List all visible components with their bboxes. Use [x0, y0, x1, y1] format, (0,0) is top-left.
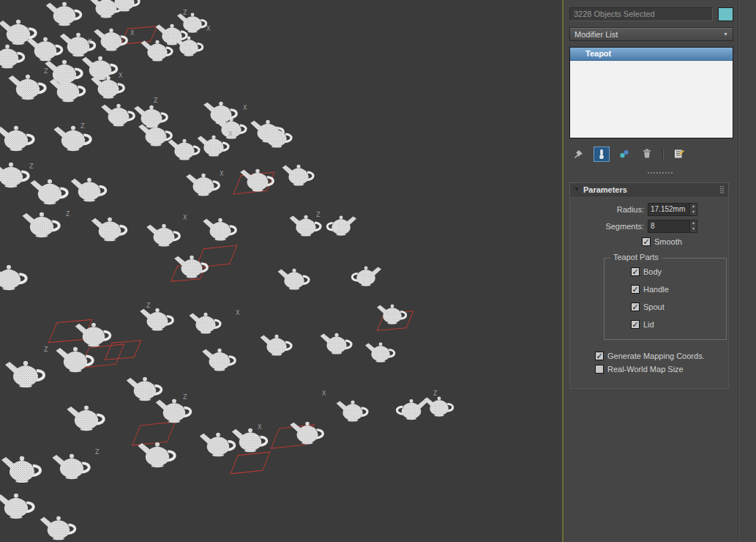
teapot-parts-group: Teapot Parts ✓ Body ✓ Handle ✓ Spout ✓ L…	[604, 258, 727, 340]
svg-text:Z: Z	[316, 212, 321, 218]
checkbox-box[interactable]	[595, 365, 604, 374]
svg-text:Z: Z	[154, 97, 158, 104]
name-and-color-row: 3228 Objects Selected	[569, 7, 733, 21]
real-world-map-size-checkbox[interactable]: Real-World Map Size	[595, 365, 728, 374]
radius-field[interactable]: 17.152mm ▴ ▾	[648, 203, 697, 216]
lid-checkbox[interactable]: ✓ Lid	[631, 320, 726, 329]
checkbox-label: Generate Mapping Coords.	[607, 352, 705, 360]
configure-modifier-sets-button[interactable]	[671, 146, 687, 162]
teapot-objects[interactable]	[0, 0, 453, 540]
radius-row: Radius: 17.152mm ▴ ▾	[570, 203, 728, 216]
mapping-options: ✓ Generate Mapping Coords. Real-World Ma…	[595, 352, 728, 374]
make-unique-button[interactable]	[616, 146, 632, 162]
svg-text:Z: Z	[66, 211, 70, 218]
checkbox-box[interactable]: ✓	[595, 352, 604, 360]
svg-text:X: X	[322, 390, 326, 397]
segments-spinner[interactable]: ▴ ▾	[689, 220, 697, 232]
group-title: Teapot Parts	[610, 253, 662, 261]
command-panel: 3228 Objects Selected Modifier List ▼ Te…	[564, 0, 756, 542]
svg-text:X: X	[119, 73, 123, 79]
trash-icon	[641, 148, 653, 160]
svg-text:Z: Z	[146, 302, 151, 309]
spinner-down-icon[interactable]: ▾	[690, 226, 697, 232]
rollout-collapse-arrow-icon: ▼	[574, 186, 580, 193]
body-checkbox[interactable]: ✓ Body	[631, 267, 726, 276]
parameters-rollout: ▼ Parameters ⣿ Radius: 17.152mm ▴ ▾ Segm…	[569, 182, 729, 389]
checkbox-box[interactable]: ✓	[642, 237, 651, 246]
checkbox-label: Real-World Map Size	[607, 365, 684, 374]
modifier-list-label: Modifier List	[575, 30, 618, 39]
checkbox-box[interactable]: ✓	[631, 320, 640, 329]
svg-text:Z: Z	[183, 394, 187, 401]
svg-text:Z: Z	[44, 346, 48, 353]
spinner-up-icon[interactable]: ▴	[690, 220, 697, 226]
smooth-checkbox[interactable]: ✓ Smooth	[642, 237, 728, 246]
svg-text:X: X	[206, 26, 211, 32]
chevron-down-icon: ▼	[723, 31, 728, 37]
radius-label: Radius:	[617, 205, 644, 214]
generate-mapping-coords-checkbox[interactable]: ✓ Generate Mapping Coords.	[595, 352, 728, 360]
pin-stack-button[interactable]	[571, 146, 587, 162]
segments-row: Segments: 8 ▴ ▾	[570, 220, 728, 233]
viewport-canvas[interactable]: ZXZXZXZXZXZXZXZZXZZXZXZ	[0, 0, 562, 542]
checkbox-box[interactable]: ✓	[631, 302, 640, 311]
spinner-up-icon[interactable]: ▴	[690, 204, 697, 209]
make-unique-icon	[618, 148, 630, 160]
modifier-list-dropdown[interactable]: Modifier List ▼	[569, 27, 733, 41]
svg-text:X: X	[228, 131, 233, 138]
svg-text:X: X	[258, 424, 262, 431]
radius-value: 17.152mm	[648, 204, 689, 215]
toolbar-divider	[662, 149, 664, 160]
object-name-field[interactable]: 3228 Objects Selected	[569, 7, 713, 21]
checkbox-box[interactable]: ✓	[631, 267, 640, 276]
parameters-rollout-header[interactable]: ▼ Parameters ⣿	[569, 182, 729, 196]
stack-item-teapot[interactable]: Teapot	[570, 48, 733, 61]
rollout-drag-handle[interactable]	[648, 172, 673, 174]
svg-text:Z: Z	[183, 10, 187, 16]
show-end-result-button[interactable]	[594, 146, 610, 162]
svg-text:X: X	[236, 310, 240, 316]
checkbox-label: Spout	[643, 302, 665, 311]
modifier-stack-toolbar	[568, 146, 733, 162]
handle-checkbox[interactable]: ✓ Handle	[631, 285, 726, 294]
checkbox-label: Smooth	[654, 237, 682, 246]
checkbox-label: Body	[643, 267, 662, 276]
svg-text:X: X	[183, 215, 187, 221]
object-color-swatch[interactable]	[718, 7, 733, 21]
svg-text:X: X	[220, 171, 224, 177]
svg-text:Z: Z	[433, 390, 438, 397]
checkbox-box[interactable]: ✓	[631, 285, 640, 294]
checkbox-label: Lid	[643, 320, 654, 329]
spout-checkbox[interactable]: ✓ Spout	[631, 302, 726, 311]
svg-text:Z: Z	[81, 123, 85, 130]
pin-icon	[573, 148, 585, 160]
segments-field[interactable]: 8 ▴ ▾	[648, 220, 697, 233]
svg-text:Z: Z	[95, 449, 100, 456]
remove-modifier-button[interactable]	[639, 146, 655, 162]
checkbox-label: Handle	[643, 285, 669, 294]
svg-text:Z: Z	[29, 163, 34, 170]
viewport[interactable]: ZXZXZXZXZXZXZXZZXZZXZXZ	[0, 0, 564, 542]
svg-text:X: X	[130, 30, 135, 37]
modifier-stack[interactable]: Teapot	[569, 47, 733, 138]
rollout-grip-icon: ⣿	[719, 185, 725, 193]
svg-text:X: X	[243, 105, 247, 111]
parameters-rollout-body: Radius: 17.152mm ▴ ▾ Segments: 8 ▴ ▾	[569, 196, 729, 389]
configure-modifier-sets-icon	[673, 148, 685, 160]
segments-label: Segments:	[605, 222, 644, 231]
svg-text:Z: Z	[44, 68, 48, 75]
rollout-title: Parameters	[583, 185, 627, 194]
show-end-result-icon	[597, 149, 606, 160]
radius-spinner[interactable]: ▴ ▾	[689, 204, 697, 215]
segments-value: 8	[648, 220, 689, 232]
spinner-down-icon[interactable]: ▾	[690, 209, 697, 215]
svg-text:Z: Z	[88, 39, 92, 45]
